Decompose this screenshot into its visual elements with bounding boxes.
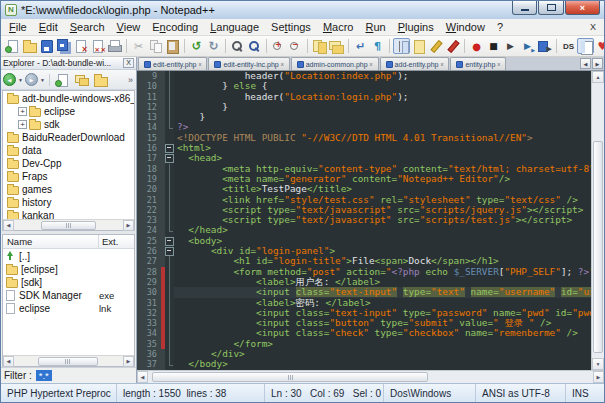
- menu-help[interactable]: ?: [491, 20, 509, 34]
- menu-plugins[interactable]: Plugins: [392, 20, 440, 34]
- explorer-open-folder-icon[interactable]: [92, 72, 109, 88]
- cut-icon[interactable]: [130, 38, 147, 54]
- copy-icon[interactable]: [147, 38, 164, 54]
- scroll-down-icon[interactable]: ▼: [592, 358, 604, 370]
- redo-icon[interactable]: [205, 38, 222, 54]
- line-number[interactable]: 30: [137, 287, 161, 297]
- scroll-right-icon[interactable]: ▶: [593, 371, 604, 383]
- line-number[interactable]: 37: [137, 359, 161, 369]
- open-file-icon[interactable]: [21, 38, 38, 54]
- tree-item[interactable]: kankan: [3, 209, 134, 219]
- playback-macro-icon[interactable]: [502, 38, 519, 54]
- menu-settings[interactable]: Settings: [265, 20, 317, 34]
- menu-file[interactable]: File: [3, 20, 33, 34]
- line-number[interactable]: 25: [137, 236, 161, 246]
- tree-item[interactable]: BaiduReaderDownload: [3, 131, 134, 144]
- tree-item[interactable]: data: [3, 144, 134, 157]
- line-number[interactable]: 32: [137, 308, 161, 318]
- scrollbar-track[interactable]: [592, 83, 604, 358]
- line-number[interactable]: 14: [137, 122, 161, 132]
- save-all-icon[interactable]: [55, 38, 72, 54]
- doc-switcher-icon[interactable]: [410, 38, 427, 54]
- close-document-button[interactable]: X: [582, 22, 604, 32]
- line-number[interactable]: 28: [137, 267, 161, 277]
- menu-view[interactable]: View: [111, 20, 147, 34]
- scrollbar-thumb[interactable]: [41, 221, 96, 230]
- menu-search[interactable]: Search: [64, 20, 111, 34]
- menu-language[interactable]: Language: [204, 20, 265, 34]
- menu-encoding[interactable]: Encoding: [146, 20, 204, 34]
- go-forward-button[interactable]: ▶: [25, 73, 38, 86]
- scroll-up-icon[interactable]: ▲: [592, 71, 604, 83]
- line-number[interactable]: 9: [137, 71, 161, 81]
- zoom-out-icon[interactable]: [287, 38, 304, 54]
- back-dropdown-icon[interactable]: ▼: [18, 77, 23, 83]
- tree-item[interactable]: +sdk: [3, 118, 134, 131]
- go-back-button[interactable]: ◀: [3, 73, 16, 86]
- line-number[interactable]: 21: [137, 195, 161, 205]
- scroll-left-icon[interactable]: ◀: [137, 371, 148, 383]
- tab-scroll-left-button[interactable]: ◀: [580, 58, 591, 69]
- tab-edit-entity.php[interactable]: edit-entity.phpx: [138, 57, 207, 70]
- save-icon[interactable]: [38, 38, 55, 54]
- scrollbar-thumb[interactable]: [593, 141, 603, 353]
- tab-close-icon[interactable]: x: [440, 61, 443, 67]
- line-number[interactable]: 31: [137, 298, 161, 308]
- tab-edit-entity-inc.php[interactable]: edit-entity-inc.phpx: [208, 57, 289, 70]
- column-mode-icon[interactable]: [444, 38, 461, 54]
- paste-icon[interactable]: [164, 38, 181, 54]
- fold-marker[interactable]: [165, 246, 174, 256]
- file-list-row[interactable]: [..]: [3, 250, 134, 263]
- scroll-right-icon[interactable]: ▶: [123, 220, 134, 231]
- line-number[interactable]: 29: [137, 277, 161, 287]
- tab-entity.php[interactable]: entity.phpx: [450, 57, 506, 70]
- explorer-close-button[interactable]: X: [123, 58, 134, 68]
- scroll-right-icon[interactable]: ▶: [123, 356, 134, 367]
- explorer-folders-icon[interactable]: [73, 72, 90, 88]
- tree-item[interactable]: history: [3, 196, 134, 209]
- tab-close-icon[interactable]: x: [198, 61, 201, 67]
- line-number[interactable]: 24: [137, 225, 161, 235]
- expand-icon[interactable]: +: [18, 107, 27, 116]
- editor-vertical-scrollbar[interactable]: ▲ ▼: [591, 71, 604, 370]
- run-macro-multiple-times-icon[interactable]: [519, 38, 536, 54]
- file-list-row[interactable]: [sdk]: [3, 276, 134, 289]
- indent-guide-icon[interactable]: [393, 38, 410, 54]
- code-editor[interactable]: 9 header("Location:index.php");10 } else…: [137, 71, 591, 370]
- column-header-name[interactable]: Name: [3, 235, 99, 248]
- tab-scroll-right-button[interactable]: ▶: [592, 58, 603, 69]
- expand-icon[interactable]: +: [18, 120, 27, 129]
- explorer-panel-titlebar[interactable]: Explorer - D:\adt-bundle-wi... X: [1, 57, 136, 70]
- close-all-icon[interactable]: [89, 38, 106, 54]
- sync-vertical-scroll-icon[interactable]: [311, 38, 328, 54]
- line-number[interactable]: 20: [137, 184, 161, 194]
- explorer-toolbar-overflow-button[interactable]: »: [128, 75, 134, 85]
- scrollbar-track[interactable]: [14, 356, 123, 367]
- tab-close-icon[interactable]: x: [370, 61, 373, 67]
- title-bar[interactable]: N *E:\www\filedock\login.php - Notepad++…: [1, 1, 604, 19]
- column-header-ext[interactable]: Ext.: [99, 235, 134, 248]
- line-number[interactable]: 10: [137, 81, 161, 91]
- show-all-characters-icon[interactable]: [369, 38, 386, 54]
- replace-icon[interactable]: [246, 38, 263, 54]
- new-file-icon[interactable]: [4, 38, 21, 54]
- scroll-left-icon[interactable]: ◀: [3, 356, 14, 367]
- line-number[interactable]: 18: [137, 164, 161, 174]
- menu-macro[interactable]: Macro: [317, 20, 360, 34]
- line-number[interactable]: 36: [137, 349, 161, 359]
- file-list-row[interactable]: eclipselnk: [3, 302, 134, 315]
- file-list-row[interactable]: SDK Managerexe: [3, 289, 134, 302]
- tab-admin-common.php[interactable]: admin-common.phpx: [291, 57, 379, 70]
- close-button[interactable]: ×: [565, 1, 600, 15]
- scrollbar-track[interactable]: [148, 371, 593, 383]
- filter-input[interactable]: *.*: [36, 370, 52, 381]
- line-number[interactable]: 33: [137, 318, 161, 328]
- line-number[interactable]: 17: [137, 153, 161, 163]
- stop-recording-macro-icon[interactable]: [485, 38, 502, 54]
- start-recording-macro-icon[interactable]: [468, 38, 485, 54]
- line-number[interactable]: 16: [137, 143, 161, 153]
- print-icon[interactable]: [106, 38, 123, 54]
- line-number[interactable]: 35: [137, 339, 161, 349]
- tree-item[interactable]: Fraps: [3, 170, 134, 183]
- tree-item[interactable]: Dev-Cpp: [3, 157, 134, 170]
